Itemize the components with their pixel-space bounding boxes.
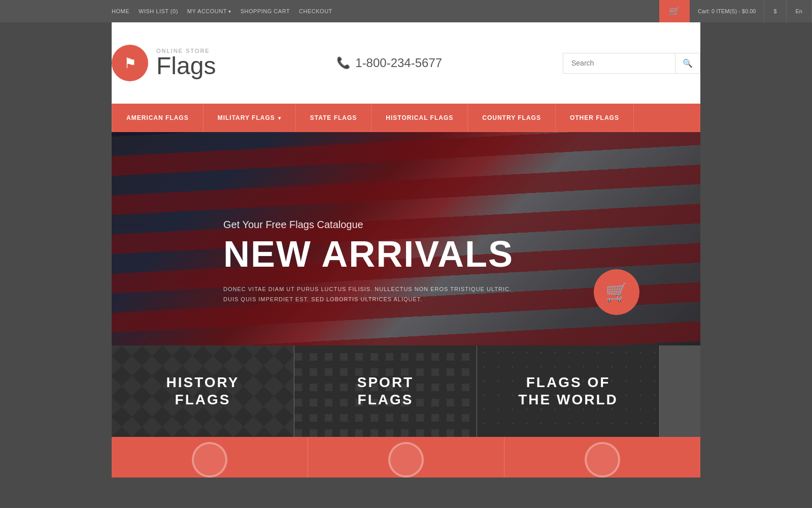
nav-other-flags[interactable]: OTHER FLAGS: [556, 104, 634, 132]
bottom-red-right: [504, 437, 700, 478]
hero-subtitle: Get Your Free Flags Catalogue: [223, 219, 514, 231]
hero-section: Get Your Free Flags Catalogue NEW ARRIVA…: [112, 132, 700, 345]
nav-state-flags[interactable]: STATE FLAGS: [296, 104, 372, 132]
nav-myaccount[interactable]: MY ACCOUNT: [187, 8, 231, 14]
hero-title: NEW ARRIVALS: [223, 236, 514, 272]
nav-bar: AMERICAN FLAGS MILITARY FLAGS ▾ STATE FL…: [112, 104, 700, 132]
category-sport-flags[interactable]: SPORT FLAGS: [294, 345, 477, 437]
bottom-red-left: [112, 437, 308, 478]
header: ⚑ ONLINE STORE Flags 📞 1-800-234-5677 🔍: [112, 22, 700, 104]
top-right: 🛒 Cart: 0 ITEM(S) - $0.00 $ En: [659, 0, 812, 22]
cart-summary[interactable]: Cart: 0 ITEM(S) - $0.00: [690, 0, 764, 22]
currency-selector[interactable]: $: [764, 0, 786, 22]
hero-cart-icon: 🛒: [605, 281, 628, 303]
bottom-circle-left: [192, 442, 227, 478]
nav-cart[interactable]: SHOPPING CART: [241, 8, 290, 14]
search-area: 🔍: [563, 53, 700, 74]
world-label: FLAGS OF THE WORLD: [518, 374, 618, 408]
top-bar: HOME WISH LIST (0) MY ACCOUNT SHOPPING C…: [0, 0, 812, 22]
logo-icon: ⚑: [112, 45, 148, 81]
bottom-circle-mid: [388, 442, 424, 478]
hero-description: DONEC VITAE DIAM UT PURUS LUCTUS FILISIS…: [223, 284, 514, 305]
hero-cart-button[interactable]: 🛒: [594, 269, 639, 315]
nav-american-flags[interactable]: AMERICAN FLAGS: [112, 104, 204, 132]
search-input[interactable]: [563, 54, 675, 72]
top-nav: HOME WISH LIST (0) MY ACCOUNT SHOPPING C…: [112, 8, 332, 14]
logo-area: ⚑ ONLINE STORE Flags: [112, 45, 216, 81]
bottom-bar: [112, 437, 700, 478]
search-icon: 🔍: [683, 59, 693, 68]
cart-icon-box[interactable]: 🛒: [659, 0, 690, 22]
logo-text: ONLINE STORE Flags: [156, 48, 216, 78]
nav-historical-flags[interactable]: HISTORICAL FLAGS: [371, 104, 468, 132]
nav-country-flags[interactable]: COUNTRY FLAGS: [468, 104, 556, 132]
phone-area: 📞 1-800-234-5677: [336, 56, 442, 70]
history-label: HISTORY FLAGS: [166, 374, 240, 408]
phone-number: 1-800-234-5677: [355, 56, 442, 70]
bottom-red-mid: [308, 437, 504, 478]
cart-icon: 🛒: [669, 6, 680, 17]
hero-content: Get Your Free Flags Catalogue NEW ARRIVA…: [223, 219, 514, 305]
language-selector[interactable]: En: [787, 0, 812, 22]
logo-title: Flags: [156, 54, 216, 78]
nav-military-flags[interactable]: MILITARY FLAGS ▾: [204, 104, 296, 132]
search-button[interactable]: 🔍: [675, 53, 700, 73]
bottom-circle-right: [585, 442, 620, 478]
nav-wishlist[interactable]: WISH LIST (0): [139, 8, 178, 14]
category-world-flags[interactable]: FLAGS OF THE WORLD: [477, 345, 659, 437]
flag-icon: ⚑: [124, 55, 137, 72]
nav-home[interactable]: HOME: [112, 8, 129, 14]
category-history-flags[interactable]: HISTORY FLAGS: [112, 345, 294, 437]
military-flags-arrow: ▾: [278, 115, 281, 121]
category-section: HISTORY FLAGS SPORT FLAGS FLAGS OF THE W…: [112, 345, 700, 437]
sport-label: SPORT FLAGS: [357, 374, 414, 408]
phone-icon: 📞: [336, 56, 350, 70]
category-extra: [660, 345, 700, 437]
nav-checkout[interactable]: CHECKOUT: [299, 8, 332, 14]
